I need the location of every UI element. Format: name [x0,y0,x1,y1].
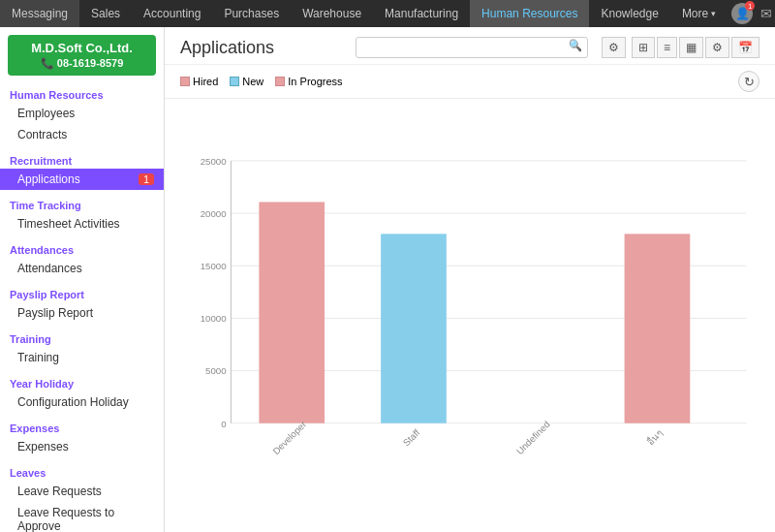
nav-accounting[interactable]: Accounting [132,0,212,27]
legend-hired-label: Hired [193,76,218,87]
more-arrow-icon: ▾ [711,9,716,18]
grid-view-button[interactable]: ⊞ [632,37,655,58]
section-human-resources: Human Resources [0,83,164,103]
content-header: Applications 🔍 ⚙ ⊞ ≡ ▦ ⚙ 📅 [165,27,775,65]
nav-knowledge[interactable]: Knowledge [589,0,669,27]
sidebar-item-timesheet[interactable]: Timesheet Activities [0,213,164,235]
y-label-5000: 5000 [205,365,226,376]
legend-inprogress-dot [275,77,285,86]
nav-sales[interactable]: Sales [79,0,132,27]
legend-inprogress: In Progress [275,76,342,87]
sidebar-item-applications[interactable]: Applications 1 [0,169,164,190]
nav-warehouse[interactable]: Warehouse [291,0,373,27]
applications-badge: 1 [139,173,154,185]
sidebar-item-training[interactable]: Training [0,347,164,368]
y-label-15000: 15000 [201,261,227,271]
x-label-developer: Developer [270,419,308,456]
page-title: Applications [180,38,274,58]
search-icon: 🔍 [569,40,582,52]
company-name: M.D.Soft Co.,Ltd. [16,41,148,55]
calendar-view-button[interactable]: 📅 [731,37,760,58]
company-phone: 📞 08-1619-8579 [16,57,148,70]
bar-developer-hired [259,202,325,422]
top-navigation: Messaging Sales Accounting Purchases War… [0,0,775,27]
legend-hired: Hired [180,76,218,87]
nav-human-resources[interactable]: Human Resources [470,0,589,27]
x-label-undefined: Undefined [514,419,552,456]
x-label-staff: Staff [401,427,422,449]
y-label-25000: 25000 [201,156,227,167]
nav-right-controls: 👤 1 ✉ 👤 Administrator [728,0,775,27]
main-layout: M.D.Soft Co.,Ltd. 📞 08-1619-8579 Human R… [0,27,775,532]
bar-other-inprogress [625,234,691,422]
sidebar-item-leave-requests[interactable]: Leave Requests [0,481,164,502]
search-input[interactable] [356,37,588,58]
section-payslip: Payslip Report [0,283,164,302]
bar-chart: 25000 20000 15000 10000 5000 0 [184,109,756,522]
header-controls: 🔍 ⚙ ⊞ ≡ ▦ ⚙ 📅 [356,37,760,58]
section-expenses: Expenses [0,417,164,436]
search-wrap: 🔍 [356,37,588,58]
sidebar-item-contracts[interactable]: Contracts [0,124,164,145]
legend-inprogress-label: In Progress [288,76,342,87]
section-leaves: Leaves [0,461,164,481]
sidebar-item-employees[interactable]: Employees [0,103,164,124]
settings-group: ⚙ [602,37,626,58]
sidebar-item-expenses[interactable]: Expenses [0,436,164,457]
legend-new-dot [230,77,239,86]
chart-area: 25000 20000 15000 10000 5000 0 [165,99,775,532]
activity-view-button[interactable]: ⚙ [705,37,729,58]
column-view-button[interactable]: ▦ [679,37,703,58]
legend-hired-dot [180,77,190,86]
sidebar-item-leave-approve[interactable]: Leave Requests to Approve [0,502,164,532]
nav-purchases[interactable]: Purchases [212,0,291,27]
section-time-tracking: Time Tracking [0,194,164,213]
section-year-holiday: Year Holiday [0,372,164,391]
section-recruitment: Recruitment [0,149,164,169]
legend-new-label: New [242,76,264,87]
main-content: Applications 🔍 ⚙ ⊞ ≡ ▦ ⚙ 📅 [165,27,775,532]
notification-avatar[interactable]: 👤 1 [731,3,753,24]
refresh-button[interactable]: ↻ [738,71,760,92]
sidebar: M.D.Soft Co.,Ltd. 📞 08-1619-8579 Human R… [0,27,165,532]
toolbar-row: Hired New In Progress ↻ [165,65,775,99]
mail-icon[interactable]: ✉ [760,6,772,21]
list-view-button[interactable]: ≡ [657,37,677,58]
company-logo[interactable]: M.D.Soft Co.,Ltd. 📞 08-1619-8579 [8,35,156,76]
nav-messaging[interactable]: Messaging [0,0,79,27]
section-attendances: Attendances [0,238,164,258]
sidebar-item-attendances[interactable]: Attendances [0,258,164,279]
nav-manufacturing[interactable]: Manufacturing [373,0,470,27]
sidebar-item-payslip[interactable]: Payslip Report [0,302,164,324]
y-label-0: 0 [221,419,226,429]
sidebar-item-config-holiday[interactable]: Configuration Holiday [0,391,164,413]
y-label-10000: 10000 [201,313,227,324]
bar-staff-new [381,234,447,422]
y-label-20000: 20000 [201,208,227,219]
nav-more[interactable]: More ▾ [670,0,728,27]
x-label-other: อื่นๆ [644,427,665,448]
settings-icon-btn[interactable]: ⚙ [602,37,626,58]
phone-icon: 📞 [41,57,54,69]
notification-badge: 1 [745,1,755,11]
chart-legend: Hired New In Progress [180,76,343,87]
view-controls: ⊞ ≡ ▦ ⚙ 📅 [632,37,760,58]
section-training: Training [0,328,164,347]
legend-new: New [230,76,264,87]
